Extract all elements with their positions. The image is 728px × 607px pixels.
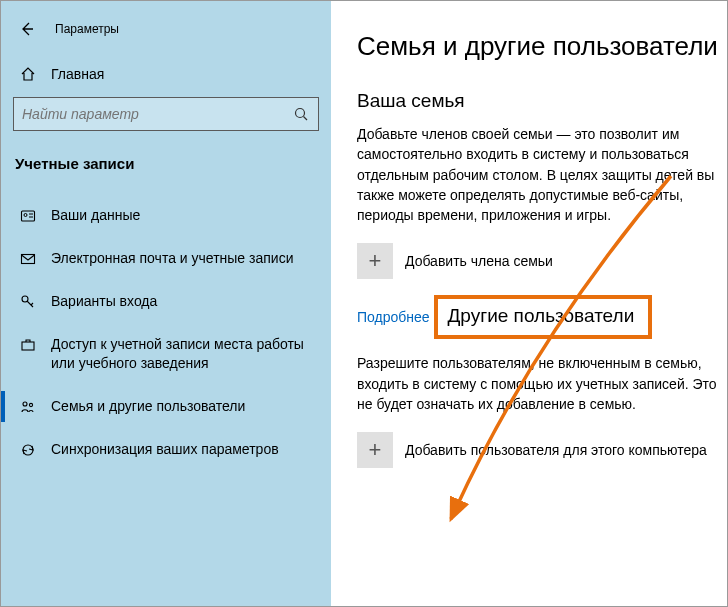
sidebar-item-label: Семья и другие пользователи xyxy=(51,397,245,416)
svg-point-12 xyxy=(29,403,32,406)
briefcase-icon xyxy=(19,336,37,354)
add-other-label: Добавить пользователя для этого компьюте… xyxy=(405,442,707,458)
sidebar-item-label: Доступ к учетной записи места работы или… xyxy=(51,335,319,373)
page-title: Семья и другие пользователи xyxy=(357,31,727,62)
sidebar-item-label: Варианты входа xyxy=(51,292,157,311)
back-arrow-icon xyxy=(19,21,35,37)
sync-icon xyxy=(19,441,37,459)
titlebar: Параметры xyxy=(1,9,331,57)
svg-point-0 xyxy=(296,109,305,118)
main-content: Семья и другие пользователи Ваша семья Д… xyxy=(331,1,727,606)
id-card-icon xyxy=(19,207,37,225)
sidebar-item-email[interactable]: Электронная почта и учетные записи xyxy=(1,237,331,280)
svg-line-9 xyxy=(31,303,33,305)
sidebar-item-sync[interactable]: Синхронизация ваших параметров xyxy=(1,428,331,471)
add-other-user-button[interactable]: + Добавить пользователя для этого компью… xyxy=(357,432,727,468)
plus-icon: + xyxy=(357,243,393,279)
sidebar-item-signin-options[interactable]: Варианты входа xyxy=(1,280,331,323)
search-box[interactable] xyxy=(13,97,319,131)
svg-rect-2 xyxy=(22,211,35,221)
search-input[interactable] xyxy=(22,106,292,122)
home-label: Главная xyxy=(51,66,104,82)
window-title: Параметры xyxy=(55,22,119,36)
svg-point-11 xyxy=(23,402,27,406)
sidebar-item-label: Синхронизация ваших параметров xyxy=(51,440,279,459)
sidebar-item-label: Ваши данные xyxy=(51,206,140,225)
settings-window: Параметры Главная Учетные записи Ваши да… xyxy=(0,0,728,607)
sidebar-item-label: Электронная почта и учетные записи xyxy=(51,249,293,268)
add-family-member-button[interactable]: + Добавить члена семьи xyxy=(357,243,727,279)
sidebar-item-work-access[interactable]: Доступ к учетной записи места работы или… xyxy=(1,323,331,385)
mail-icon xyxy=(19,250,37,268)
family-heading: Ваша семья xyxy=(357,90,727,112)
key-icon xyxy=(19,293,37,311)
add-family-label: Добавить члена семьи xyxy=(405,253,553,269)
svg-point-3 xyxy=(24,214,27,217)
plus-icon: + xyxy=(357,432,393,468)
home-icon xyxy=(19,65,37,83)
home-nav[interactable]: Главная xyxy=(1,57,331,97)
annotation-highlight: Другие пользователи xyxy=(434,295,653,339)
back-button[interactable] xyxy=(11,13,43,45)
people-icon xyxy=(19,398,37,416)
sidebar: Параметры Главная Учетные записи Ваши да… xyxy=(1,1,331,606)
category-header: Учетные записи xyxy=(1,147,331,194)
others-heading: Другие пользователи xyxy=(448,305,635,327)
family-description: Добавьте членов своей семьи — это позвол… xyxy=(357,124,727,225)
search-icon xyxy=(292,105,310,123)
svg-line-1 xyxy=(304,117,308,121)
sidebar-item-your-info[interactable]: Ваши данные xyxy=(1,194,331,237)
others-description: Разрешите пользователям, не включенным в… xyxy=(357,353,727,414)
sidebar-item-family[interactable]: Семья и другие пользователи xyxy=(1,385,331,428)
learn-more-link[interactable]: Подробнее xyxy=(357,309,430,325)
svg-rect-10 xyxy=(22,342,34,350)
